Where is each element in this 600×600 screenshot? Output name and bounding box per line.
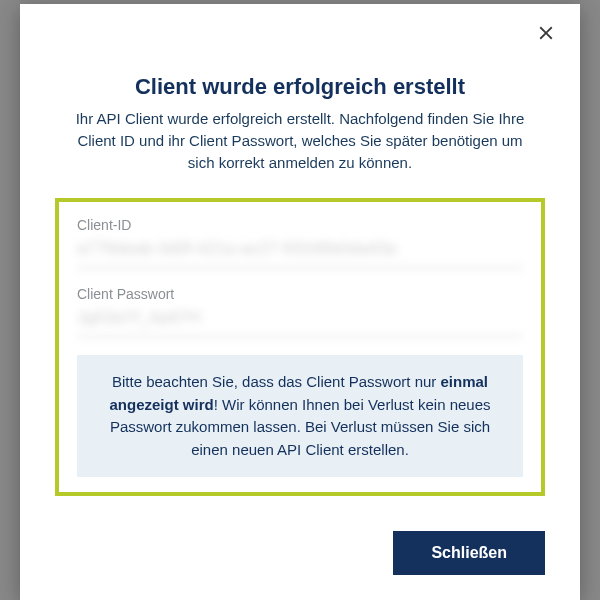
close-button[interactable]: Schließen: [393, 531, 545, 575]
warning-notice: Bitte beachten Sie, dass das Client Pass…: [77, 355, 523, 477]
modal-title: Client wurde erfolgreich erstellt: [55, 74, 545, 100]
notice-prefix: Bitte beachten Sie, dass das Client Pass…: [112, 373, 441, 390]
client-id-field: Client-ID a779deab-3d0f-421a-ac27-932d5b…: [77, 217, 523, 268]
modal-description: Ihr API Client wurde erfolgreich erstell…: [55, 108, 545, 173]
credentials-box: Client-ID a779deab-3d0f-421a-ac27-932d5b…: [55, 198, 545, 496]
client-password-value: Jg53aYf_Ap67H: [77, 308, 523, 337]
close-icon[interactable]: [532, 19, 560, 47]
client-id-label: Client-ID: [77, 217, 523, 233]
modal-actions: Schließen: [55, 531, 545, 575]
client-password-label: Client Passwort: [77, 286, 523, 302]
client-id-value: a779deab-3d0f-421a-ac27-932d5b0da43a: [77, 239, 523, 268]
modal-dialog: Client wurde erfolgreich erstellt Ihr AP…: [20, 4, 580, 600]
client-password-field: Client Passwort Jg53aYf_Ap67H: [77, 286, 523, 337]
